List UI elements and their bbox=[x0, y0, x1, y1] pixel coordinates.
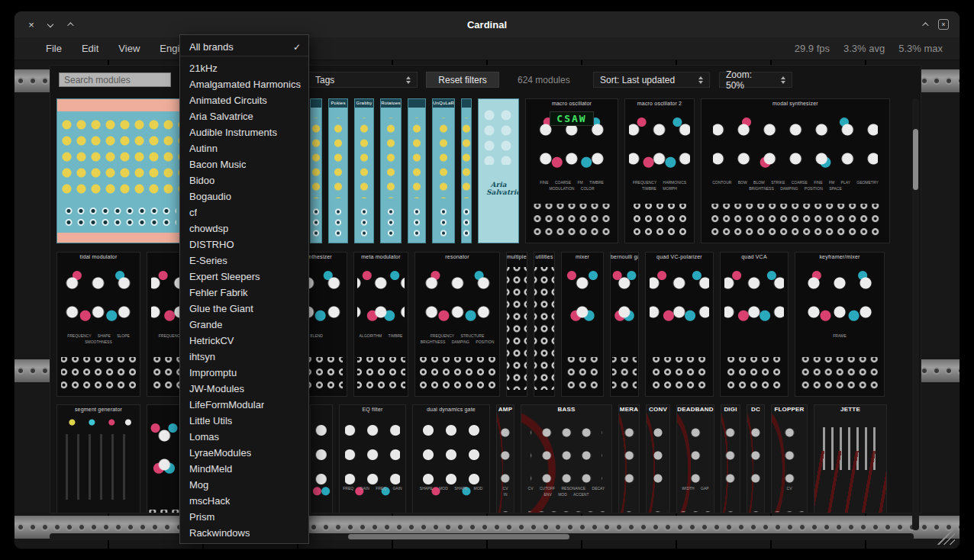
close-icon[interactable]: × bbox=[27, 20, 36, 30]
brand-menu-item[interactable]: MindMeld bbox=[180, 461, 308, 477]
module-card[interactable]: CONV bbox=[646, 404, 670, 513]
chevron-down-icon[interactable] bbox=[46, 20, 55, 30]
brand-menu-item[interactable]: Fehler Fabrik bbox=[180, 285, 308, 301]
module-card[interactable]: DIGI bbox=[721, 404, 740, 513]
module-card[interactable]: Grabby bbox=[354, 98, 374, 243]
sort-select[interactable]: Sort: Last updated bbox=[593, 72, 710, 88]
menu-item[interactable]: File bbox=[36, 43, 72, 54]
check-icon: ✓ bbox=[293, 42, 301, 53]
module-card[interactable]: Rotatoes bbox=[380, 98, 402, 243]
module-card[interactable] bbox=[461, 98, 472, 243]
module-card[interactable]: MERA bbox=[618, 404, 640, 513]
brand-menu-item-label: All brands bbox=[189, 41, 234, 53]
module-card[interactable]: tidal modulator FREQUENCY SHAPE SLOPE SM… bbox=[56, 252, 140, 397]
module-card[interactable]: quad VC-polarizer bbox=[645, 252, 714, 397]
brand-menu-item[interactable]: Bacon Music bbox=[180, 156, 308, 172]
title-bar[interactable]: × Cardinal × bbox=[15, 11, 959, 37]
module-card[interactable]: dual dynamics gate SHAPE MOD SHAPE MOD bbox=[412, 404, 490, 513]
module-card[interactable] bbox=[310, 404, 333, 513]
brand-menu-item[interactable]: 21kHz bbox=[180, 60, 308, 76]
horizontal-scrollbar-thumb[interactable] bbox=[348, 534, 569, 539]
module-card[interactable] bbox=[310, 98, 322, 243]
brand-menu-item[interactable]: LifeFormModular bbox=[180, 397, 308, 413]
menu-item[interactable]: View bbox=[108, 43, 150, 54]
brand-menu-item[interactable]: Amalgamated Harmonics bbox=[180, 76, 308, 92]
brand-menu-item[interactable]: Glue the Giant bbox=[180, 301, 308, 317]
brand-menu-item[interactable]: Aria Salvatrice bbox=[180, 108, 308, 124]
module-card[interactable]: bernoulli gate bbox=[610, 252, 639, 397]
collapse-icon[interactable] bbox=[920, 20, 929, 30]
brand-menu-item[interactable]: DISTRHO bbox=[180, 237, 308, 253]
module-graphics bbox=[747, 405, 764, 513]
module-card[interactable]: DC bbox=[747, 404, 765, 513]
brand-menu-item[interactable]: Prism bbox=[180, 509, 308, 525]
module-title: MERA bbox=[619, 405, 639, 414]
module-card[interactable]: UnQuLaR bbox=[432, 98, 455, 243]
brand-menu-item-label: LifeFormModular bbox=[189, 399, 264, 410]
module-labels: WIDTH GAP bbox=[679, 485, 712, 491]
brand-menu-item[interactable]: Lomas bbox=[180, 429, 308, 445]
module-card[interactable]: keyframer/mixer FRAME bbox=[795, 252, 885, 397]
performance-stats: 29.9 fps3.3% avg5.3% max bbox=[795, 43, 959, 54]
reset-filters-button[interactable]: Reset filters bbox=[426, 72, 499, 88]
brand-menu-item[interactable]: Autinn bbox=[180, 140, 308, 156]
brand-menu-item[interactable]: All brands ✓ bbox=[180, 38, 308, 56]
module-card[interactable]: EQ filter FREQ GAIN FREQ GAIN bbox=[339, 404, 406, 513]
module-card[interactable]: macro oscillator 2 FREQUENCY HARMONICS T… bbox=[624, 98, 695, 243]
brand-menu-item[interactable]: Bogaudio bbox=[180, 188, 308, 204]
brand-menu-item[interactable]: E-Series bbox=[180, 253, 308, 269]
module-card[interactable] bbox=[147, 404, 182, 513]
brand-menu-item[interactable]: Animated Circuits bbox=[180, 92, 308, 108]
module-card[interactable]: modal synthesizer CONTOUR BOW BLOW STRIK… bbox=[701, 98, 890, 243]
module-card[interactable]: BASS CV CUTOFF RESONANCE DECAY ENV MOD A… bbox=[521, 404, 612, 513]
brand-menu-item[interactable]: Impromptu bbox=[180, 365, 308, 381]
module-card[interactable]: Pokies bbox=[328, 98, 348, 243]
module-card[interactable] bbox=[56, 98, 182, 243]
module-card[interactable] bbox=[408, 98, 426, 243]
zoom-select[interactable]: Zoom: 50% bbox=[719, 72, 792, 88]
module-title: mixer bbox=[562, 253, 603, 261]
module-card[interactable]: macro oscillator CSAW FINE COARSE FM TIM… bbox=[525, 98, 618, 243]
brand-menu-item[interactable]: Mog bbox=[180, 477, 308, 493]
brand-menu-item[interactable]: JW-Modules bbox=[180, 381, 308, 397]
module-card[interactable]: DEADBAND WIDTH GAP bbox=[676, 404, 714, 513]
module-card[interactable]: utilities bbox=[534, 252, 555, 397]
module-card[interactable]: resonator FREQUENCY STRUCTURE BRIGHTNESS… bbox=[414, 252, 500, 397]
module-title bbox=[57, 99, 182, 108]
vertical-scrollbar[interactable] bbox=[912, 98, 919, 530]
brand-menu-item[interactable]: Expert Sleepers bbox=[180, 269, 308, 285]
module-card[interactable]: AMP CV IN bbox=[496, 404, 514, 513]
brand-menu-item[interactable]: ihtsyn bbox=[180, 349, 308, 365]
module-title: keyframer/mixer bbox=[795, 253, 884, 261]
brand-menu-item[interactable]: Rackwindows bbox=[180, 525, 308, 541]
tags-select[interactable]: Tags bbox=[308, 72, 418, 88]
vertical-scrollbar-thumb[interactable] bbox=[913, 129, 918, 190]
module-title bbox=[147, 405, 181, 414]
zoom-select-value: Zoom: 50% bbox=[726, 69, 770, 91]
brand-menu-item[interactable]: cf bbox=[180, 204, 308, 220]
brand-menu-item-label: LyraeModules bbox=[189, 447, 251, 459]
brand-menu-item[interactable]: Little Utils bbox=[180, 413, 308, 429]
search-input[interactable] bbox=[59, 72, 171, 87]
module-graphics bbox=[57, 253, 140, 396]
module-card[interactable]: segment generator bbox=[56, 404, 140, 513]
module-card[interactable]: JETTE bbox=[814, 404, 887, 513]
brand-menu-item-label: 21kHz bbox=[189, 63, 218, 74]
module-graphics bbox=[433, 99, 454, 243]
module-card[interactable]: quad VCA bbox=[720, 252, 789, 397]
module-card[interactable]: mixer bbox=[561, 252, 604, 397]
brand-menu-item[interactable]: LyraeModules bbox=[180, 445, 308, 461]
module-card[interactable]: multiples bbox=[506, 252, 527, 397]
brand-menu-item[interactable]: Grande bbox=[180, 317, 308, 333]
module-card[interactable]: meta modulator ALGORITHM TIMBRE bbox=[353, 252, 408, 397]
menu-item[interactable]: Edit bbox=[72, 43, 108, 54]
close-box-icon[interactable]: × bbox=[938, 19, 949, 30]
brand-menu-item[interactable]: chowdsp bbox=[180, 220, 308, 237]
chevron-up-icon[interactable] bbox=[65, 20, 74, 30]
module-card[interactable]: FLOPPER CV bbox=[771, 404, 808, 513]
brand-menu-item[interactable]: HetrickCV bbox=[180, 333, 308, 349]
brand-menu-item[interactable]: mscHack bbox=[180, 493, 308, 509]
module-card[interactable]: Aria Salvatrice bbox=[478, 98, 519, 243]
brand-menu-item[interactable]: Audible Instruments bbox=[180, 124, 308, 140]
brand-menu-item[interactable]: Bidoo bbox=[180, 172, 308, 188]
